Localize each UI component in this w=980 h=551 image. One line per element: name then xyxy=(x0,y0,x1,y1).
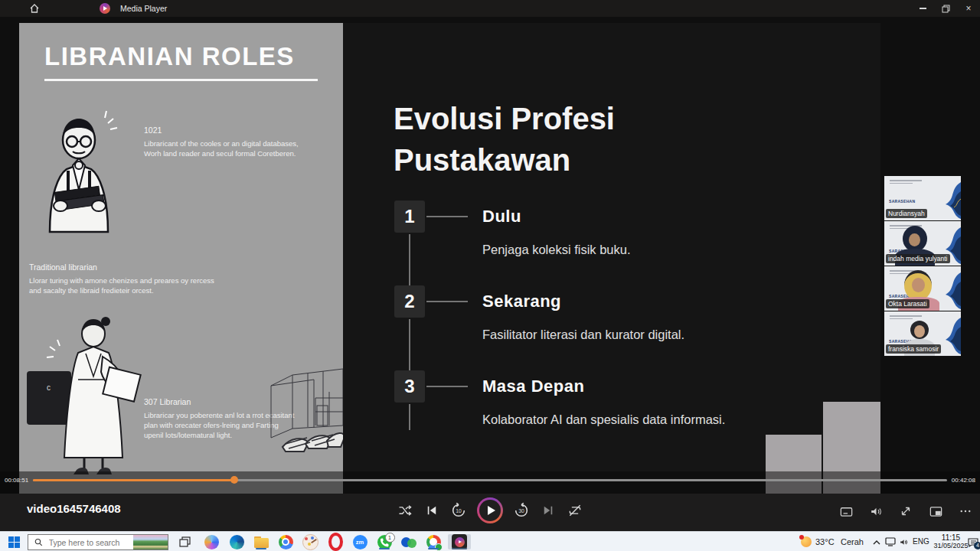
slide-bg-text: SARASEHAN xyxy=(889,199,915,204)
chrome-icon[interactable] xyxy=(276,534,296,549)
timeline-desc-3: Kolaborator AI dan spesialis data inform… xyxy=(482,412,725,427)
poster-heading: LIBRANIAN ROLES xyxy=(44,42,295,71)
forward-30-icon[interactable]: 30 xyxy=(513,502,530,519)
start-button[interactable] xyxy=(4,534,24,549)
player-control-bar: video1645746408 10 xyxy=(0,494,980,531)
participant-face xyxy=(912,278,925,292)
timeline-title-3: Masa Depan xyxy=(482,377,584,396)
notification-center-icon[interactable]: 4 xyxy=(966,534,980,549)
video-canvas[interactable]: LIBRANIAN ROLES xyxy=(0,17,980,505)
slide-title: Evolusi Profesi Pustakawan xyxy=(394,98,615,181)
secondary-controls xyxy=(838,503,974,520)
weather-condition[interactable]: Cerah xyxy=(841,537,864,546)
play-button[interactable] xyxy=(477,497,503,523)
repeat-off-icon[interactable] xyxy=(567,502,583,519)
taskbar-search-box[interactable] xyxy=(28,534,168,550)
previous-track-icon[interactable] xyxy=(423,502,440,519)
timeline-connector xyxy=(409,404,410,430)
participant-name: indah media yulyanti xyxy=(886,254,950,263)
search-icon xyxy=(34,538,43,546)
media-player-app-icon xyxy=(100,3,110,14)
timeline-desc-1: Penjaga koleksi fisik buku. xyxy=(482,243,631,257)
participant-face xyxy=(909,233,920,246)
timeline-connector xyxy=(426,216,468,217)
window-controls: × xyxy=(911,0,980,17)
total-duration: 00:42:08 xyxy=(952,477,975,484)
mini-player-icon[interactable] xyxy=(927,503,944,520)
tray-chevron-icon[interactable] xyxy=(871,534,883,549)
zoom-icon[interactable]: zm xyxy=(350,534,370,549)
participant-name: Nurdiansyah xyxy=(886,209,927,218)
participant-tile: SARASEHAN indah media yulyanti xyxy=(884,221,961,266)
play-icon xyxy=(488,506,495,515)
poster-panel: LIBRANIAN ROLES xyxy=(19,23,343,499)
poster-block-1021: 1021 Libraricant of the cooles or an dig… xyxy=(144,126,335,158)
poster-underline xyxy=(44,79,318,81)
home-icon[interactable] xyxy=(29,3,40,14)
participant-name: fransiska samosir xyxy=(886,344,941,354)
subtitles-icon[interactable] xyxy=(838,503,854,520)
timeline-number-3: 3 xyxy=(394,370,425,403)
seek-handle[interactable] xyxy=(230,476,238,484)
participant-tile: SARASEHAN fransiska samosir xyxy=(884,311,961,357)
edge-icon[interactable] xyxy=(227,534,247,549)
file-explorer-icon[interactable] xyxy=(251,534,271,549)
female-librarian-illustration xyxy=(38,311,149,478)
transport-controls: 10 30 xyxy=(397,496,583,525)
webex-icon[interactable] xyxy=(399,534,419,549)
timeline-desc-2: Fasilitator literasi dan kurator digital… xyxy=(482,328,684,342)
timeline-connector xyxy=(409,319,410,370)
participant-face xyxy=(914,325,925,337)
search-input[interactable] xyxy=(47,537,133,548)
media-player-taskbar-icon[interactable] xyxy=(448,534,471,549)
clock-time: 11:15 xyxy=(931,533,971,542)
window-titlebar: Media Player × xyxy=(0,0,980,17)
seek-row: 00:08:51 00:42:08 xyxy=(5,474,975,485)
male-librarian-illustration xyxy=(34,109,125,233)
taskbar: zm 1 xyxy=(0,531,980,551)
task-view-icon[interactable] xyxy=(175,534,194,549)
video-title: video1645746408 xyxy=(27,502,121,515)
timeline-connector xyxy=(426,301,468,302)
taskbar-clock[interactable]: 11:15 31/05/2025 xyxy=(931,533,971,549)
weather-temperature[interactable]: 33°C xyxy=(815,537,835,546)
timeline-number-1: 1 xyxy=(394,201,425,233)
notification-badge: 4 xyxy=(974,542,980,549)
next-track-icon[interactable] xyxy=(540,502,557,519)
whatsapp-icon[interactable]: 1 xyxy=(374,534,394,549)
copilot-icon[interactable] xyxy=(201,534,221,549)
clock-date: 31/05/2025 xyxy=(931,542,971,549)
participant-tile: SARASEHAN Okta Larasati xyxy=(884,266,961,311)
language-indicator[interactable]: ENG xyxy=(913,537,929,546)
rewind-10-icon[interactable]: 10 xyxy=(450,502,467,519)
close-button[interactable]: × xyxy=(957,0,980,17)
progress-fill xyxy=(33,479,234,481)
paint-icon[interactable] xyxy=(300,534,320,549)
svg-text:10: 10 xyxy=(456,508,462,514)
fullscreen-icon[interactable] xyxy=(897,503,914,520)
volume-tray-icon[interactable] xyxy=(897,534,910,549)
restore-button[interactable] xyxy=(934,0,957,17)
elapsed-time: 00:08:51 xyxy=(5,477,28,484)
slide-bg-lines xyxy=(890,180,922,185)
opera-icon[interactable] xyxy=(325,534,345,549)
participants-panel: SARASEHAN Nurdiansyah SARASEHAN indah me… xyxy=(884,176,961,357)
shuffle-icon[interactable] xyxy=(397,502,413,519)
poster-block-traditional: Traditional librarian Llorar turing with… xyxy=(29,262,251,295)
volume-icon[interactable] xyxy=(867,503,884,520)
window-title: Media Player xyxy=(120,4,167,13)
desktop-screen: Media Player × LIBRANIAN ROLES xyxy=(0,0,980,551)
participant-name: Okta Larasati xyxy=(886,299,929,308)
lounge-chairs-illustration xyxy=(278,421,343,456)
search-highlight-image[interactable] xyxy=(133,535,168,549)
timeline-title-1: Dulu xyxy=(482,207,521,227)
timeline-title-2: Sekarang xyxy=(482,292,561,311)
network-icon[interactable] xyxy=(884,534,897,549)
more-options-icon[interactable] xyxy=(957,503,974,520)
minimize-button[interactable] xyxy=(911,0,934,17)
slide-panel: Evolusi Profesi Pustakawan 1 Dulu Penjag… xyxy=(343,23,880,499)
chrome-profile-icon[interactable] xyxy=(423,534,443,549)
seek-bar[interactable] xyxy=(33,479,947,481)
whatsapp-badge: 1 xyxy=(385,533,395,543)
weather-icon[interactable] xyxy=(799,534,813,549)
